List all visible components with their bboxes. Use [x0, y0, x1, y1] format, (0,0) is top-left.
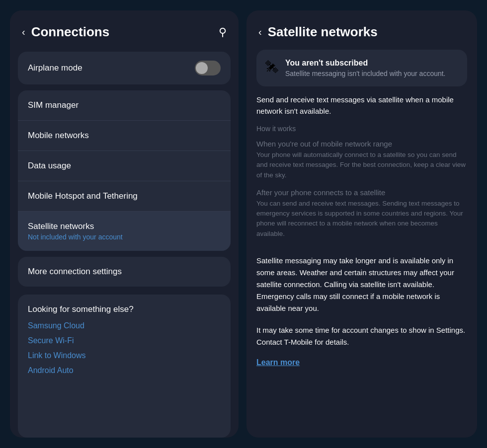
- more-settings-label: More connection settings: [28, 267, 122, 276]
- satellite-description: Send and receive text messages via satel…: [246, 94, 477, 125]
- mobile-networks-label: Mobile networks: [28, 131, 221, 141]
- step-2: After your phone connects to a satellite…: [256, 188, 467, 239]
- step-1-title: When you're out of mobile network range: [256, 140, 467, 148]
- hotspot-item[interactable]: Mobile Hotspot and Tethering: [18, 181, 231, 212]
- sim-manager-label: SIM manager: [28, 100, 221, 110]
- looking-section-title: Looking for something else?: [28, 304, 221, 314]
- account-changes-text: It may take some time for account change…: [246, 324, 477, 356]
- right-header: ‹ Satellite networks: [246, 10, 477, 48]
- right-panel: ‹ Satellite networks 🛰 You aren't subscr…: [246, 10, 477, 438]
- how-it-works-section: How it works When you're out of mobile n…: [246, 125, 477, 255]
- sim-manager-item[interactable]: SIM manager: [18, 90, 231, 121]
- hotspot-label: Mobile Hotspot and Tethering: [28, 191, 221, 201]
- toggle-thumb: [196, 62, 208, 74]
- step-2-title: After your phone connects to a satellite: [256, 188, 467, 197]
- connections-list: SIM manager Mobile networks Data usage M…: [18, 90, 231, 251]
- learn-more-link[interactable]: Learn more: [246, 356, 477, 379]
- right-panel-title: Satellite networks: [268, 24, 378, 40]
- mobile-networks-item[interactable]: Mobile networks: [18, 121, 231, 151]
- satellite-dish-icon: 🛰: [265, 60, 278, 75]
- back-arrow-icon[interactable]: ‹: [22, 26, 25, 38]
- secure-wifi-link[interactable]: Secure Wi-Fi: [28, 336, 221, 345]
- satellite-networks-label: Satellite networks: [28, 222, 221, 231]
- airplane-mode-label: Airplane mode: [28, 63, 82, 73]
- airplane-mode-toggle[interactable]: [195, 61, 221, 75]
- subscription-subtitle: Satellite messaging isn't included with …: [285, 70, 446, 77]
- data-usage-label: Data usage: [28, 161, 221, 171]
- satellite-networks-subtitle: Not included with your account: [28, 233, 221, 241]
- subscription-title: You aren't subscribed: [285, 59, 446, 68]
- satellite-networks-item[interactable]: Satellite networks Not included with you…: [18, 212, 231, 251]
- link-to-windows-link[interactable]: Link to Windows: [28, 351, 221, 360]
- airplane-mode-row[interactable]: Airplane mode: [18, 52, 231, 84]
- subscription-card: 🛰 You aren't subscribed Satellite messag…: [256, 50, 467, 86]
- left-panel: ‹ Connections ⚲ Airplane mode SIM manage…: [10, 10, 239, 438]
- search-icon[interactable]: ⚲: [219, 26, 227, 39]
- step-1-desc: Your phone will automatically connect to…: [256, 150, 467, 180]
- disclaimer-text: Satellite messaging may take longer and …: [246, 255, 477, 322]
- step-2-desc: You can send and receive text messages. …: [256, 199, 467, 239]
- subscription-text: You aren't subscribed Satellite messagin…: [285, 59, 446, 77]
- left-header: ‹ Connections ⚲: [10, 10, 239, 48]
- how-it-works-label: How it works: [256, 125, 467, 133]
- data-usage-item[interactable]: Data usage: [18, 151, 231, 181]
- step-1: When you're out of mobile network range …: [256, 140, 467, 180]
- looking-section: Looking for something else? Samsung Clou…: [18, 295, 231, 438]
- right-back-arrow-icon[interactable]: ‹: [258, 26, 262, 38]
- android-auto-link[interactable]: Android Auto: [28, 366, 221, 375]
- samsung-cloud-link[interactable]: Samsung Cloud: [28, 321, 221, 330]
- left-panel-title: Connections: [31, 24, 109, 40]
- more-connection-settings-item[interactable]: More connection settings: [18, 257, 231, 287]
